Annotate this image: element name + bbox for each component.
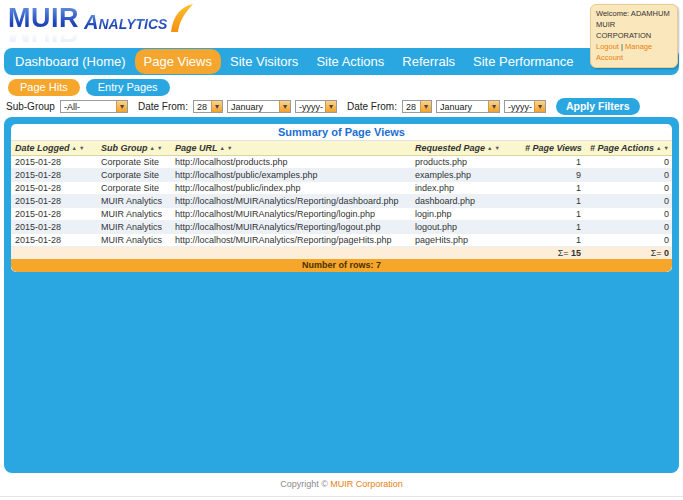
cell-page-views: 1 [521, 233, 585, 246]
column-header-label: Date Logged [15, 143, 70, 153]
cell-date-logged: 2015-01-28 [11, 207, 97, 220]
page-footer: Copyright © MUIR Corporation [0, 479, 683, 489]
totals-empty-cell [411, 246, 521, 259]
cell-date-logged: 2015-01-28 [11, 220, 97, 233]
company-link[interactable]: MUIR Corporation [330, 479, 403, 489]
logout-link[interactable]: Logout [596, 42, 619, 51]
cell-sub-group: MUIR Analytics [97, 233, 171, 246]
nav-tab-site-actions[interactable]: Site Actions [307, 49, 393, 74]
main-nav: Dashboard (Home)Page ViewsSite VisitorsS… [4, 48, 679, 75]
subgroup-select[interactable]: -All- ▾ [60, 100, 128, 113]
sort-asc-icon[interactable]: ▲ [72, 145, 77, 151]
apply-filters-button[interactable]: Apply Filters [556, 98, 640, 115]
sort-asc-icon[interactable]: ▲ [150, 145, 155, 151]
column-header-page-actions[interactable]: # Page Actions▲▼ [585, 141, 672, 155]
cell-page-url: http://localhost/MUIRAnalytics/Reporting… [171, 220, 411, 233]
dropdown-arrow-icon: ▾ [534, 101, 545, 112]
cell-requested-page: dashboard.php [411, 194, 521, 207]
cell-date-logged: 2015-01-28 [11, 155, 97, 168]
summary-table-card: Summary of Page Views Date Logged▲▼Sub G… [11, 124, 672, 272]
subnav-tab-page-hits[interactable]: Page Hits [8, 79, 80, 96]
date1-year-select[interactable]: -yyyy- ▾ [295, 100, 337, 113]
nav-tab-site-performance[interactable]: Site Performance [464, 49, 582, 74]
date1-month-select[interactable]: January ▾ [227, 100, 291, 113]
column-header-date-logged[interactable]: Date Logged▲▼ [11, 141, 97, 155]
sort-desc-icon[interactable]: ▼ [227, 145, 232, 151]
dropdown-arrow-icon: ▾ [211, 101, 222, 112]
nav-tab-site-visitors[interactable]: Site Visitors [221, 49, 307, 74]
sub-nav: Page HitsEntry Pages [8, 79, 683, 96]
summary-table: Date Logged▲▼Sub Group▲▼Page URL▲▼Reques… [11, 141, 672, 259]
nav-tab-referrals[interactable]: Referrals [393, 49, 464, 74]
cell-page-views: 1 [521, 207, 585, 220]
sort-asc-icon[interactable]: ▲ [656, 145, 661, 151]
cell-page-views: 1 [521, 220, 585, 233]
table-row: 2015-01-28Corporate Sitehttp://localhost… [11, 168, 672, 181]
app-logo: MUIR Analytics MUIR Analytics [8, 5, 683, 45]
cell-page-actions: 0 [585, 168, 672, 181]
sort-desc-icon[interactable]: ▼ [494, 145, 499, 151]
footer-divider [0, 496, 683, 497]
sort-desc-icon[interactable]: ▼ [157, 145, 162, 151]
cell-date-logged: 2015-01-28 [11, 194, 97, 207]
welcome-box: Welcome: ADAMHUM MUIR CORPORATION Logout… [590, 4, 678, 68]
logo-analytics-text: Analytics [84, 12, 167, 32]
nav-tab-dashboard-home[interactable]: Dashboard (Home) [6, 49, 135, 74]
date1-day-select[interactable]: 28 ▾ [193, 100, 223, 113]
page-actions-total-value: 0 [664, 248, 669, 258]
table-body: 2015-01-28Corporate Sitehttp://localhost… [11, 155, 672, 246]
table-header-row: Date Logged▲▼Sub Group▲▼Page URL▲▼Reques… [11, 141, 672, 155]
column-header-sub-group[interactable]: Sub Group▲▼ [97, 141, 171, 155]
cell-requested-page: logout.php [411, 220, 521, 233]
sort-asc-icon[interactable]: ▲ [487, 145, 492, 151]
column-header-label: # Page Actions [590, 143, 654, 153]
logo-fin-icon [169, 4, 193, 32]
totals-row: Σ= 15 Σ= 0 [11, 246, 672, 259]
copyright-text: Copyright © [280, 479, 328, 489]
cell-page-url: http://localhost/public/index.php [171, 181, 411, 194]
welcome-links: Logout | Manage Account [596, 42, 672, 64]
cell-page-views: 1 [521, 194, 585, 207]
column-header-page-views[interactable]: # Page Views▲▼ [521, 141, 585, 155]
cell-page-url: http://localhost/MUIRAnalytics/Reporting… [171, 207, 411, 220]
column-header-label: Requested Page [415, 143, 485, 153]
sort-desc-icon[interactable]: ▼ [664, 145, 669, 151]
logo-reflection: MUIR Analytics [8, 32, 683, 45]
cell-sub-group: Corporate Site [97, 168, 171, 181]
totals-empty-cell [97, 246, 171, 259]
sigma-symbol: Σ= [651, 248, 662, 258]
totals-empty-cell [11, 246, 97, 259]
column-header-page-url[interactable]: Page URL▲▼ [171, 141, 411, 155]
cell-requested-page: login.php [411, 207, 521, 220]
cell-page-views: 9 [521, 168, 585, 181]
cell-page-actions: 0 [585, 220, 672, 233]
column-header-label: # Page Views [525, 143, 582, 153]
column-header-requested-page[interactable]: Requested Page▲▼ [411, 141, 521, 155]
dropdown-arrow-icon: ▾ [325, 101, 336, 112]
table-row: 2015-01-28MUIR Analyticshttp://localhost… [11, 233, 672, 246]
table-row: 2015-01-28MUIR Analyticshttp://localhost… [11, 194, 672, 207]
cell-sub-group: MUIR Analytics [97, 207, 171, 220]
sigma-symbol: Σ= [558, 248, 569, 258]
welcome-user-text: Welcome: ADAMHUM [596, 9, 672, 20]
cell-page-views: 1 [521, 181, 585, 194]
date2-month-select[interactable]: January ▾ [436, 100, 500, 113]
date2-year-select[interactable]: -yyyy- ▾ [504, 100, 546, 113]
cell-sub-group: MUIR Analytics [97, 220, 171, 233]
table-title: Summary of Page Views [11, 124, 672, 141]
dropdown-arrow-icon: ▾ [279, 101, 290, 112]
app-header: MUIR Analytics MUIR Analytics Welcome: A… [0, 0, 683, 48]
rows-count-bar: Number of rows: 7 [11, 259, 672, 272]
page-views-total-cell: Σ= 15 [521, 246, 585, 259]
welcome-company-text: MUIR CORPORATION [596, 20, 672, 42]
sort-asc-icon[interactable]: ▲ [220, 145, 225, 151]
sort-desc-icon[interactable]: ▼ [79, 145, 84, 151]
date-from-label-1: Date From: [138, 101, 188, 112]
sort-asc-icon[interactable]: ▲ [584, 145, 585, 151]
nav-tab-page-views[interactable]: Page Views [135, 49, 221, 74]
date2-day-select[interactable]: 28 ▾ [402, 100, 432, 113]
page-views-total-value: 15 [571, 248, 581, 258]
table-row: 2015-01-28MUIR Analyticshttp://localhost… [11, 220, 672, 233]
cell-sub-group: Corporate Site [97, 181, 171, 194]
subnav-tab-entry-pages[interactable]: Entry Pages [86, 79, 170, 96]
